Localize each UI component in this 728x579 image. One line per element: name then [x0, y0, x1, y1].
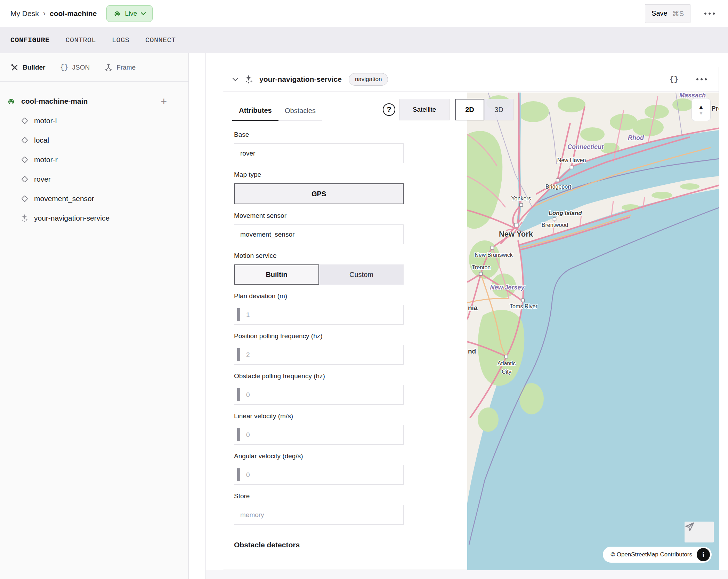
machine-tree: cool-machine-main + motor-l local moto — [0, 82, 188, 228]
plan-deviation-input[interactable] — [234, 305, 403, 324]
live-label: Live — [125, 10, 137, 17]
step-up-icon[interactable]: ▲ — [698, 104, 704, 110]
breadcrumb-separator-icon: › — [43, 9, 46, 18]
app-window: My Desk › cool-machine Live Save ⌘S — [0, 0, 728, 579]
map-type-gps-button[interactable]: GPS — [234, 183, 404, 204]
braces-icon: {} — [60, 63, 68, 71]
store-input[interactable] — [234, 505, 403, 524]
collapse-chevron-icon[interactable] — [232, 78, 238, 81]
frame-axes-icon — [104, 63, 113, 72]
linear-velocity-label: Linear velocity (m/s) — [234, 412, 404, 421]
motion-custom-option[interactable]: Custom — [319, 264, 404, 285]
map-label-atlantic-city: City — [502, 369, 511, 375]
breadcrumb: My Desk › cool-machine — [10, 9, 97, 18]
movement-sensor-input[interactable] — [234, 225, 403, 244]
map-label-atlantic: Atlantic — [498, 360, 516, 366]
step-down-icon[interactable]: ▼ — [698, 110, 704, 116]
map-label-new-york: New York — [499, 230, 533, 238]
tree-item-label: rover — [34, 175, 51, 183]
map-label-bridgeport: Bridgeport — [545, 184, 571, 190]
angular-velocity-field — [234, 465, 404, 485]
map-attribution: © OpenStreetMap Contributors i — [603, 547, 712, 563]
base-input[interactable] — [234, 144, 403, 163]
map-label-rhode-island: Rhod — [628, 134, 644, 141]
coordinate-stepper[interactable]: ▲ ▼ — [691, 98, 711, 121]
map-label-new-jersey: New Jersey — [490, 284, 525, 291]
map-label-toms-river: Toms River — [510, 303, 538, 309]
drag-handle[interactable] — [237, 428, 240, 441]
drag-handle[interactable] — [237, 308, 240, 321]
map-label-trenton: Trenton — [472, 264, 491, 270]
header-actions: Save ⌘S — [645, 4, 718, 23]
map-label-brentwood: Brentwood — [542, 222, 568, 228]
view-2d-button[interactable]: 2D — [455, 99, 484, 120]
drag-handle[interactable] — [237, 388, 240, 401]
tab-obstacles[interactable]: Obstacles — [278, 101, 322, 121]
satellite-toggle-button[interactable]: Satellite — [399, 99, 450, 120]
component-diamond-icon — [20, 155, 29, 164]
broadcast-icon — [113, 9, 121, 18]
machine-broadcast-icon — [7, 97, 16, 106]
help-icon[interactable]: ? — [383, 103, 395, 116]
position-polling-input[interactable] — [234, 345, 403, 364]
save-label: Save — [652, 9, 668, 17]
info-icon[interactable]: i — [697, 548, 710, 561]
tree-item-rover[interactable]: rover — [0, 169, 188, 189]
component-diamond-icon — [20, 136, 29, 145]
drag-handle[interactable] — [237, 468, 240, 481]
code-braces-icon[interactable]: {} — [670, 76, 678, 84]
card-header: your-navigation-service navigation {} — [223, 67, 719, 92]
linear-velocity-input[interactable] — [234, 425, 403, 444]
card-menu-icon[interactable] — [694, 76, 710, 83]
angular-velocity-input[interactable] — [234, 465, 403, 484]
tree-item-label: local — [34, 136, 49, 144]
store-field — [234, 505, 404, 525]
tree-item-motor-l[interactable]: motor-l — [0, 111, 188, 130]
tab-control[interactable]: CONTROL — [66, 34, 96, 46]
mode-json-label: JSON — [72, 64, 90, 71]
mode-builder[interactable]: Builder — [10, 63, 45, 72]
attributes-form: Base Map type GPS Movement sensor Motion… — [234, 126, 404, 549]
machine-name: cool-machine-main — [21, 97, 88, 105]
card-header-actions: {} — [670, 76, 710, 84]
locate-button[interactable] — [685, 522, 714, 542]
view-3d-button[interactable]: 3D — [484, 99, 513, 120]
tree-item-navigation-service[interactable]: your-navigation-service — [0, 208, 188, 228]
overflow-menu-icon[interactable] — [702, 10, 718, 17]
map-label-connecticut: Connecticut — [567, 143, 604, 150]
angular-velocity-label: Angular velocity (deg/s) — [234, 452, 404, 461]
map-canvas: Massach Rhod Connecticut New Haven Bridg… — [467, 93, 719, 570]
map-label-yonkers: Yonkers — [511, 196, 531, 201]
tree-item-label: motor-r — [34, 156, 58, 164]
navigation-service-card: your-navigation-service navigation {} At… — [223, 67, 719, 570]
tab-attributes[interactable]: Attributes — [232, 101, 278, 121]
attribute-tabs: Attributes Obstacles — [232, 101, 322, 121]
drag-handle[interactable] — [237, 348, 240, 361]
tree-item-machine[interactable]: cool-machine-main + — [0, 92, 188, 111]
map-label-new-brunswick: New Brunswick — [475, 252, 513, 258]
tab-configure[interactable]: CONFIGURE — [10, 34, 50, 46]
mode-frame[interactable]: Frame — [104, 63, 136, 72]
breadcrumb-parent-link[interactable]: My Desk — [10, 9, 39, 18]
map-label-fragment-nd: nd — [468, 348, 476, 355]
map-label-long-island: Long Island — [549, 210, 582, 216]
mode-json[interactable]: {} JSON — [60, 63, 90, 71]
add-component-button[interactable]: + — [161, 96, 167, 106]
map-viewport[interactable]: Massach Rhod Connecticut New Haven Bridg… — [467, 93, 719, 570]
motion-service-label: Motion service — [234, 251, 404, 260]
position-polling-field — [234, 345, 404, 365]
service-type-badge: navigation — [349, 73, 388, 86]
tree-item-movement-sensor[interactable]: movement_sensor — [0, 189, 188, 208]
tab-connect[interactable]: CONNECT — [145, 34, 176, 46]
live-status-button[interactable]: Live — [106, 5, 153, 22]
tree-item-label: movement_sensor — [34, 195, 94, 203]
sidebar-mode-switcher: Builder {} JSON Frame — [0, 53, 188, 82]
map-type-label: Map type — [234, 170, 404, 179]
tree-item-motor-r[interactable]: motor-r — [0, 150, 188, 169]
tab-logs[interactable]: LOGS — [112, 34, 129, 46]
obstacle-polling-input[interactable] — [234, 385, 403, 404]
motion-builtin-option[interactable]: Builtin — [234, 264, 319, 285]
motion-service-segment: Builtin Custom — [234, 264, 404, 285]
tree-item-local[interactable]: local — [0, 130, 188, 150]
save-button[interactable]: Save ⌘S — [645, 4, 690, 23]
